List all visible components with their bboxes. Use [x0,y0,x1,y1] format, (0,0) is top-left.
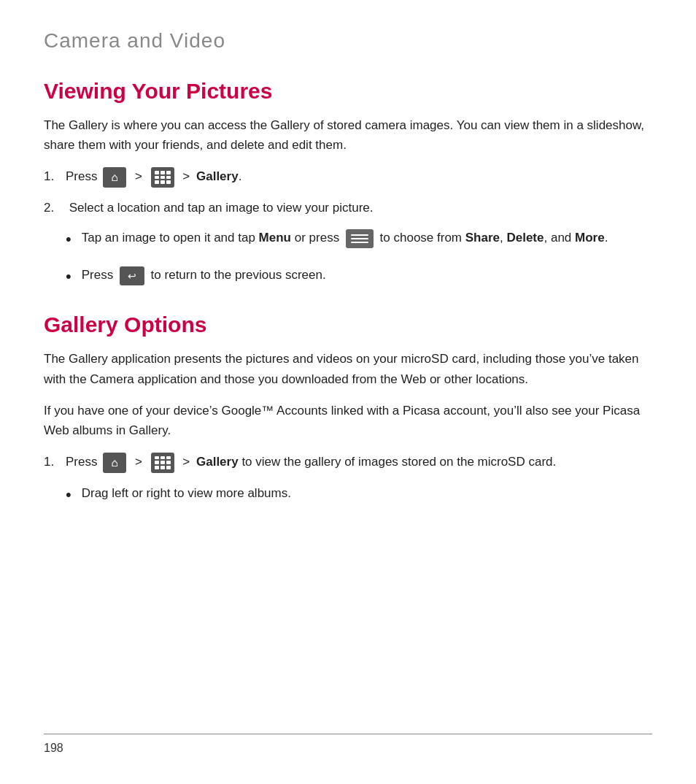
grid-icon-inner-1 [151,167,174,188]
page: Camera and Video Viewing Your Pictures T… [0,0,696,784]
bullet-dot-g1: • [66,482,71,507]
bullet-text-1: Tap an image to open it and tap Menu or … [82,228,652,248]
delete-bold: Delete [506,231,544,245]
step-1-gallery: 1. Press ⌂ > [44,452,652,473]
gallery-intro-1: The Gallery application presents the pic… [44,349,652,388]
section-title-viewing: Viewing Your Pictures [44,79,652,104]
grid-icon-2 [151,453,174,473]
menu-icon-lines [351,234,368,243]
step-1-content: Press ⌂ > > [66,166,652,188]
step-number-1: 1. [44,166,66,186]
bullet-list-gallery: • Drag left or right to view more albums… [66,483,652,507]
share-bold: Share [465,231,500,245]
grid-cell [155,180,159,184]
bullet-item-1: • Tap an image to open it and tap Menu o… [66,228,652,252]
menu-line [351,238,368,239]
grid-icon-inner-2 [151,453,174,473]
grid-cell [161,171,165,174]
gt-2: > [182,169,190,183]
step-number-2: 2. [44,198,66,218]
bullet-text-2: Press to return to the previous screen. [82,265,652,285]
gallery-label-1: Gallery [196,169,239,183]
grid-cell [155,466,159,469]
page-number: 198 [44,742,63,754]
menu-line [351,234,368,236]
bullet-list-viewing: • Tap an image to open it and tap Menu o… [66,228,652,289]
grid-cell [161,456,165,460]
bullet-text-g1: Drag left or right to view more albums. [82,483,652,503]
grid-cell [155,176,159,180]
gt-1: > [135,169,142,183]
grid-icon-1 [151,167,174,188]
grid-cell [155,171,159,174]
grid-cell [155,461,159,464]
step-1-viewing: 1. Press ⌂ > [44,166,652,188]
grid-cell [161,461,165,464]
bullet-item-g1: • Drag left or right to view more albums… [66,483,652,507]
grid-cell [166,461,171,464]
more-bold: More [575,231,605,245]
viewing-intro: The Gallery is where you can access the … [44,115,652,155]
gallery-intro-2: If you have one of your device’s Google™… [44,401,652,440]
grid-cell [166,180,171,184]
step-2-viewing: 2. Select a location and tap an image to… [44,198,652,218]
home-icon-2: ⌂ [103,453,126,473]
gt-g1: > [135,455,142,469]
gt-g2: > [182,455,190,469]
step-g1-content: Press ⌂ > > [66,452,652,473]
bullet-item-2: • Press to return to the previous screen… [66,265,652,289]
section-gallery-options: Gallery Options The Gallery application … [44,312,652,507]
grid-cell [161,180,165,184]
home-icon-1: ⌂ [103,167,126,188]
menu-line [351,242,368,243]
step-2-content: Select a location and tap an image to vi… [66,198,652,218]
grid-cell [166,176,171,180]
gallery-label-2: Gallery [196,455,239,469]
grid-cell [166,456,171,460]
grid-cell [161,176,165,180]
grid-cell [161,466,165,469]
grid-cell [155,456,159,460]
grid-cell [166,466,171,469]
menu-icon [346,229,374,248]
bullet-dot-2: • [66,264,71,289]
step-number-g1: 1. [44,452,66,472]
section-viewing-pictures: Viewing Your Pictures The Gallery is whe… [44,79,652,289]
page-number-area: 198 [44,734,652,755]
menu-bold: Menu [259,231,291,245]
grid-cell [166,171,171,174]
chapter-title: Camera and Video [44,29,652,53]
section-title-gallery: Gallery Options [44,312,652,337]
bullet-dot-1: • [66,226,71,252]
back-icon [120,266,144,285]
